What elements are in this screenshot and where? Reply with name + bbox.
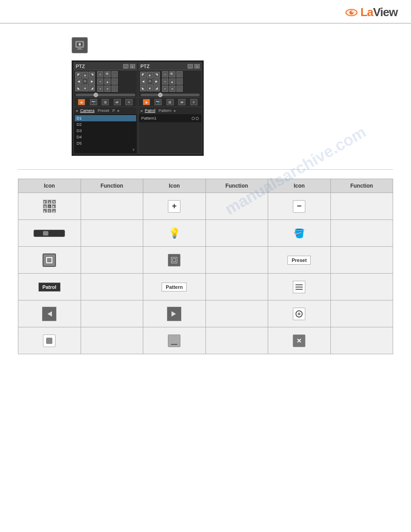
ptz-pattern-item-1[interactable]: Pattern1: [140, 115, 201, 121]
ptz-tab-prev-r[interactable]: ◄: [140, 109, 143, 113]
focus-minus-r[interactable]: -: [176, 78, 183, 85]
focus-plus[interactable]: +: [97, 78, 103, 85]
minus-button-icon[interactable]: −: [293, 200, 305, 213]
dir-up[interactable]: ▲: [82, 72, 88, 78]
ptz-minimize-icon-r[interactable]: _: [188, 64, 193, 69]
ptz-slider-row-left: [74, 93, 137, 97]
iris-plus-r[interactable]: +: [162, 86, 168, 92]
wiper-icon-cell: 🪣: [274, 228, 325, 239]
ptz-list-item-d5[interactable]: D5: [75, 140, 136, 146]
record-button-icon[interactable]: [293, 308, 305, 320]
ptz-slider-thumb-right: [158, 93, 163, 97]
ptz-menu-icon[interactable]: ≡: [125, 99, 133, 105]
ptz-close-icon-r[interactable]: x: [194, 64, 200, 69]
dir-left-r[interactable]: ◀: [140, 78, 146, 85]
ptz-pattern-list: Pattern1: [139, 114, 202, 122]
ptz-tab-arrow-right[interactable]: ►: [117, 109, 120, 113]
zoom-plus[interactable]: +: [97, 71, 103, 77]
ptz-flip-icon-r[interactable]: ⇄: [178, 99, 185, 105]
pattern-button[interactable]: Pattern: [162, 283, 187, 292]
ptz-tab-p[interactable]: P: [111, 108, 116, 113]
zoom-minus-r[interactable]: -: [176, 71, 183, 77]
iris-minus-r[interactable]: -: [176, 86, 183, 92]
ptz-list-item-d2[interactable]: D2: [75, 121, 136, 128]
ptz-camera-icon-r[interactable]: 📷: [154, 99, 162, 105]
direction-pad-left: ◤ ▲ ◥ ◀ ⟳ ▶ ◣ ▼ ◢: [75, 72, 95, 91]
dir-right[interactable]: ▶: [89, 78, 95, 85]
ptz-tab-preset[interactable]: Preset: [96, 108, 111, 113]
table-row-6: ✕: [18, 327, 393, 354]
preset-button[interactable]: Preset: [287, 256, 311, 265]
table-row-4: Patrol Pattern: [18, 274, 393, 300]
dir-upright-r[interactable]: ◥: [154, 72, 160, 78]
zoom-minus[interactable]: -: [111, 71, 118, 77]
ptz-flip-icon[interactable]: ⇄: [114, 99, 121, 105]
dir-downleft[interactable]: ◣: [75, 85, 81, 91]
dir-upright[interactable]: ◥: [89, 72, 95, 78]
dir-upleft-r[interactable]: ◤: [140, 72, 146, 78]
previous-button-icon[interactable]: [42, 307, 56, 321]
ptz-settings-icon[interactable]: [72, 37, 88, 53]
ptz-zoom-row: + 🔍 -: [97, 71, 118, 77]
stop-button-icon[interactable]: [43, 335, 56, 347]
cell-func-slider: [81, 220, 143, 247]
focus-plus-r[interactable]: +: [162, 78, 168, 85]
ptz-aux-icon-r[interactable]: ⊞: [167, 99, 174, 105]
iris-minus[interactable]: -: [111, 86, 118, 92]
menu-list-icon[interactable]: [293, 281, 305, 293]
cell-lightbulb: 💡: [143, 220, 206, 247]
minimize-button-icon[interactable]: [168, 335, 180, 347]
menu-line-3: [295, 289, 303, 290]
ptz-slider-thumb-left: [94, 93, 98, 97]
dpad-ul: ◤: [43, 200, 47, 204]
svg-point-3: [351, 11, 353, 13]
dpad-d: ▼: [47, 209, 51, 213]
dir-center-r[interactable]: ⟳: [147, 78, 153, 85]
iris-plus[interactable]: +: [97, 86, 103, 92]
ptz-tab-arrow-left[interactable]: ◄: [75, 109, 78, 113]
page-header: LaView: [0, 0, 411, 24]
ptz-tab-pattern[interactable]: Pattern: [157, 108, 173, 113]
cell-close: ✕: [268, 327, 331, 354]
ptz-diamond-icon-r[interactable]: ◆: [143, 99, 150, 105]
cell-func-pattern: [206, 274, 268, 300]
next-button-icon[interactable]: [167, 307, 181, 321]
ptz-tab-next-r[interactable]: ►: [173, 109, 177, 113]
close-button-icon[interactable]: ✕: [293, 335, 305, 347]
dir-left[interactable]: ◀: [75, 78, 81, 85]
ptz-diamond-icon[interactable]: ◆: [78, 99, 85, 105]
dir-downright[interactable]: ◢: [89, 85, 95, 91]
dir-right-r[interactable]: ▶: [154, 78, 160, 85]
dir-down-r[interactable]: ▼: [147, 85, 153, 91]
dpad-c: ⟳: [47, 204, 51, 208]
ptz-tab-patrol[interactable]: Patrol: [143, 108, 157, 113]
dir-center[interactable]: ⟳: [82, 78, 88, 85]
dir-down[interactable]: ▼: [82, 85, 88, 91]
ptz-list-item-d1[interactable]: D1: [75, 115, 136, 121]
ptz-panels-container: PTZ _ x ◤ ▲ ◥ ◀ ⟳ ▶ ◣ ▼ ◢: [72, 60, 204, 156]
ptz-list-item-d4[interactable]: D4: [75, 134, 136, 140]
logo: LaView: [344, 5, 398, 19]
ptz-minimize-icon[interactable]: _: [123, 64, 128, 69]
ptz-aux-icon[interactable]: ⊞: [102, 99, 109, 105]
ptz-list-item-d3[interactable]: D3: [75, 128, 136, 134]
dir-downleft-r[interactable]: ◣: [140, 85, 146, 91]
ptz-camera-icon[interactable]: 📷: [90, 99, 97, 105]
focus-minus[interactable]: -: [111, 78, 118, 85]
ptz-speed-slider-right[interactable]: [141, 94, 200, 96]
dir-downright-r[interactable]: ◢: [154, 85, 160, 91]
ptz-speed-slider-left[interactable]: [76, 94, 135, 96]
ptz-menu-icon-r[interactable]: ≡: [190, 99, 197, 105]
patrol-button[interactable]: Patrol: [39, 283, 60, 292]
cell-next: [143, 300, 206, 327]
pattern-name: Pattern1: [141, 116, 157, 120]
plus-button-icon[interactable]: +: [168, 200, 180, 213]
dir-upleft[interactable]: ◤: [75, 72, 81, 78]
ptz-close-icon[interactable]: x: [130, 64, 135, 69]
dir-up-r[interactable]: ▲: [147, 72, 153, 78]
cell-preset: Preset: [268, 247, 331, 274]
zoom-plus-r[interactable]: +: [162, 71, 168, 77]
focus-inner: [46, 257, 52, 263]
ptz-tab-camera[interactable]: Camera: [79, 108, 96, 113]
cell-func-menu: [330, 274, 393, 300]
